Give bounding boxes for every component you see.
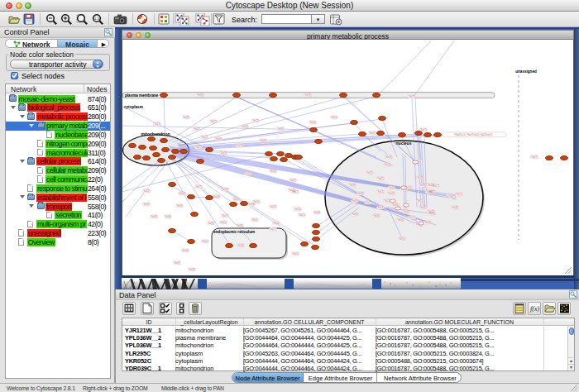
svg-text:Yol(7): Yol(7) — [409, 216, 415, 219]
svg-text:Yol(7): Yol(7) — [409, 95, 415, 98]
svg-text:Yol(8): Yol(8) — [419, 184, 426, 187]
svg-text:Yol(9): Yol(9) — [237, 224, 243, 227]
svg-text:Yol(1): Yol(1) — [294, 208, 301, 211]
svg-text:Yol(9): Yol(9) — [220, 151, 227, 155]
svg-text:Yol(5): Yol(5) — [417, 199, 423, 203]
svg-text:Yol(9): Yol(9) — [174, 261, 180, 265]
svg-text:Yol(2): Yol(2) — [377, 190, 384, 194]
svg-text:Yol(2): Yol(2) — [369, 131, 376, 135]
svg-text:Yol(6): Yol(6) — [277, 127, 284, 131]
svg-text:Yol(3): Yol(3) — [377, 206, 384, 209]
svg-text:Yol(7): Yol(7) — [365, 201, 371, 204]
svg-text:Yol(5): Yol(5) — [449, 195, 456, 198]
svg-text:Yol(8): Yol(8) — [403, 210, 409, 213]
svg-text:Yol(8): Yol(8) — [213, 195, 220, 198]
svg-text:Yol(9): Yol(9) — [260, 139, 266, 142]
svg-text:Yol(4): Yol(4) — [273, 222, 280, 225]
svg-text:1:1: 1:1 — [94, 17, 100, 21]
svg-text:Yol(3): Yol(3) — [222, 188, 228, 191]
svg-text:Yol(6): Yol(6) — [392, 203, 399, 207]
svg-text:Yol(7): Yol(7) — [195, 185, 202, 189]
svg-text:Yol(5): Yol(5) — [242, 125, 248, 128]
svg-text:Yol(7): Yol(7) — [222, 214, 228, 218]
svg-text:Yol(7): Yol(7) — [420, 128, 427, 131]
svg-text:Yol(5): Yol(5) — [253, 200, 260, 203]
svg-text:Yol(2): Yol(2) — [210, 120, 217, 123]
svg-text:Yol(2): Yol(2) — [194, 127, 200, 131]
svg-text:Yol(2): Yol(2) — [366, 171, 373, 174]
svg-text:Yol(8): Yol(8) — [357, 192, 364, 195]
svg-text:Yol(8): Yol(8) — [417, 176, 423, 179]
svg-text:Yol(4): Yol(4) — [270, 170, 276, 173]
svg-text:Yol(9): Yol(9) — [349, 184, 356, 187]
svg-text:Yol(6): Yol(6) — [426, 190, 433, 194]
svg-text:Yol(3): Yol(3) — [385, 155, 392, 159]
svg-text:mitochondrion: mitochondrion — [141, 131, 170, 136]
svg-text:Yol(7): Yol(7) — [270, 227, 276, 231]
svg-text:Yol(4): Yol(4) — [182, 249, 189, 252]
svg-text:Yol(3): Yol(3) — [304, 93, 311, 97]
svg-text:Yol(6): Yol(6) — [373, 214, 380, 218]
svg-text:Yol(1): Yol(1) — [202, 240, 208, 243]
svg-text:Yol(2): Yol(2) — [290, 179, 296, 182]
svg-text:Yol(6): Yol(6) — [397, 218, 404, 222]
svg-text:Yol(2): Yol(2) — [143, 189, 150, 193]
svg-text:Yhl047c(1) Ybr037w(2) Ygl255w(: Yhl047c(1) Ybr037w(2) Ygl255w(1) — [454, 133, 493, 136]
svg-text:Yol(2): Yol(2) — [388, 192, 395, 195]
svg-text:Yol(1): Yol(1) — [195, 146, 202, 149]
svg-text:Yol(3): Yol(3) — [189, 268, 195, 271]
svg-text:Yol(6): Yol(6) — [197, 93, 203, 97]
svg-text:Yol(4): Yol(4) — [309, 121, 316, 124]
svg-text:Yol(7): Yol(7) — [531, 155, 538, 159]
svg-text:Yol(5): Yol(5) — [399, 237, 405, 241]
svg-text:Yol(6): Yol(6) — [245, 172, 251, 175]
svg-text:Yol(9): Yol(9) — [352, 199, 358, 203]
svg-text:unassigned: unassigned — [515, 69, 537, 74]
svg-text:Yol(9): Yol(9) — [183, 116, 189, 119]
svg-text:Yol(4): Yol(4) — [384, 163, 390, 166]
svg-text:Yol(6): Yol(6) — [352, 213, 358, 216]
svg-text:Yol(7): Yol(7) — [433, 184, 439, 188]
svg-text:Yol(1): Yol(1) — [331, 116, 337, 119]
svg-text:Yol(8): Yol(8) — [151, 215, 157, 218]
svg-text:Yol(4): Yol(4) — [179, 192, 185, 195]
svg-text:Yol(8): Yol(8) — [208, 222, 214, 225]
svg-text:Yol(2): Yol(2) — [428, 210, 434, 213]
svg-text:Yol(5): Yol(5) — [237, 244, 244, 247]
svg-text:Yol(1): Yol(1) — [299, 213, 305, 217]
svg-text:Yol(8): Yol(8) — [419, 206, 426, 209]
svg-text:endoplasmic reticulum: endoplasmic reticulum — [213, 230, 255, 234]
svg-text:Yol(1): Yol(1) — [220, 221, 227, 224]
svg-text:Yol(2): Yol(2) — [270, 205, 276, 208]
svg-text:Yol(2): Yol(2) — [251, 218, 258, 222]
svg-text:Yol(9): Yol(9) — [424, 221, 431, 224]
svg-text:Yol(2): Yol(2) — [143, 203, 150, 206]
svg-text:Yol(6): Yol(6) — [165, 215, 171, 218]
svg-text:Yol(9): Yol(9) — [215, 137, 222, 141]
svg-text:f(x): f(x) — [530, 305, 539, 313]
svg-text:Yol(3): Yol(3) — [237, 144, 243, 147]
svg-text:Yol(1): Yol(1) — [292, 252, 299, 256]
svg-text:Yol(1): Yol(1) — [154, 122, 160, 126]
svg-text:Yol(1): Yol(1) — [456, 193, 462, 196]
svg-text:plasma membrane: plasma membrane — [125, 93, 159, 98]
svg-text:Yol(5): Yol(5) — [377, 177, 384, 180]
svg-text:Yol(9): Yol(9) — [176, 204, 183, 208]
svg-text:Yol(6): Yol(6) — [388, 186, 395, 189]
svg-text:Yol(8): Yol(8) — [452, 206, 458, 209]
svg-text:Yol(3): Yol(3) — [384, 199, 390, 203]
svg-text:Yol(2): Yol(2) — [252, 119, 259, 122]
svg-text:Yol(4): Yol(4) — [313, 211, 320, 214]
svg-text:Yol(4): Yol(4) — [289, 189, 295, 192]
svg-text:Yol(6): Yol(6) — [233, 198, 240, 201]
svg-text:Yol(2): Yol(2) — [201, 136, 208, 139]
